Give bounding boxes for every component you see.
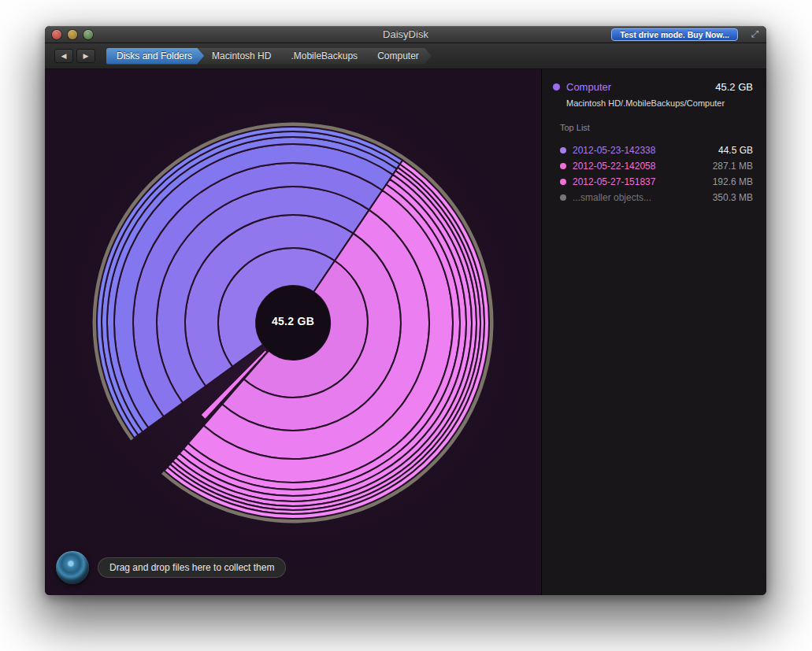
item-size: 192.6 MB (713, 176, 753, 187)
zoom-button[interactable] (83, 30, 93, 39)
color-dot (560, 147, 566, 154)
breadcrumb-item-macintosh-hd[interactable]: Macintosh HD (197, 48, 284, 65)
breadcrumb-item-mobilebackups[interactable]: .MobileBackups (276, 48, 370, 65)
item-name: 2012-05-22-142058 (573, 161, 655, 172)
list-item[interactable]: 2012-05-23-142338 44.5 GB (542, 142, 766, 158)
selection-dot (553, 83, 560, 91)
close-button[interactable] (52, 30, 61, 39)
selection-name: Computer (566, 81, 611, 93)
app-window: DaisyDisk Test drive mode. Buy Now... ⤢ … (45, 26, 766, 595)
back-icon: ◀ (61, 52, 67, 60)
item-size: 350.3 MB (713, 192, 753, 203)
buy-now-button[interactable]: Test drive mode. Buy Now... (611, 28, 738, 41)
nav-buttons: ◀ ▶ (54, 49, 95, 63)
item-name: 2012-05-27-151837 (573, 176, 655, 187)
collector-tooltip: Drag and drop files here to collect them (98, 557, 286, 578)
collector-icon[interactable] (56, 551, 89, 584)
breadcrumb-item-disks-and-folders[interactable]: Disks and Folders (106, 48, 205, 65)
collector-dropzone: Drag and drop files here to collect them (56, 551, 286, 584)
traffic-lights (52, 30, 93, 39)
item-size: 44.5 GB (718, 145, 753, 156)
chart-center-label[interactable]: 45.2 GB (246, 315, 340, 327)
fullscreen-icon[interactable]: ⤢ (749, 28, 761, 40)
toolbar: ◀ ▶ Disks and Folders Macintosh HD .Mobi… (45, 43, 766, 69)
forward-icon: ▶ (83, 52, 89, 60)
sunburst-chart[interactable] (45, 69, 541, 595)
list-item[interactable]: ...smaller objects... 350.3 MB (542, 190, 766, 205)
breadcrumb: Disks and Folders Macintosh HD .MobileBa… (106, 48, 432, 65)
top-list: 2012-05-23-142338 44.5 GB 2012-05-22-142… (542, 142, 766, 205)
item-size: 287.1 MB (713, 161, 753, 172)
item-name: ...smaller objects... (573, 192, 651, 203)
color-dot (560, 179, 566, 185)
sidebar: Computer 45.2 GB Macintosh HD/.MobileBac… (541, 69, 766, 595)
selection-size: 45.2 GB (715, 81, 753, 93)
chart-area: 45.2 GB Drag and drop files here to coll… (45, 69, 541, 595)
back-button[interactable]: ◀ (54, 49, 73, 63)
selection-path: Macintosh HD/.MobileBackups/Computer (542, 93, 766, 108)
minimize-button[interactable] (68, 30, 77, 39)
forward-button[interactable]: ▶ (76, 49, 95, 63)
color-dot (560, 194, 566, 201)
selection-row[interactable]: Computer 45.2 GB (542, 69, 766, 93)
top-list-label: Top List (542, 108, 766, 132)
content: 45.2 GB Drag and drop files here to coll… (45, 69, 766, 595)
title-bar: DaisyDisk Test drive mode. Buy Now... ⤢ (45, 26, 766, 43)
item-name: 2012-05-23-142338 (573, 145, 655, 156)
color-dot (560, 163, 566, 169)
breadcrumb-item-computer[interactable]: Computer (362, 48, 432, 65)
list-item[interactable]: 2012-05-22-142058 287.1 MB (542, 158, 766, 174)
list-item[interactable]: 2012-05-27-151837 192.6 MB (542, 174, 766, 190)
